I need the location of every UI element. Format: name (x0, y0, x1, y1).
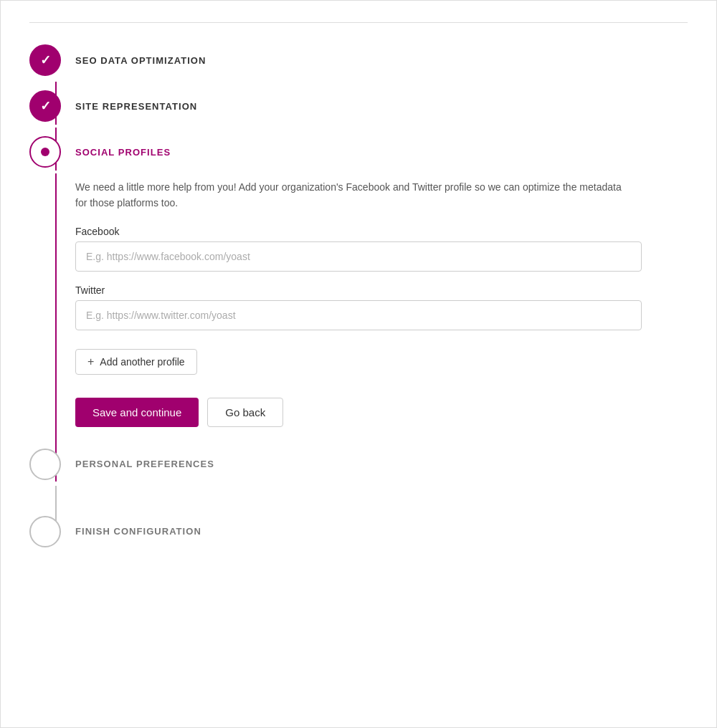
step-title-finish: FINISH CONFIGURATION (75, 526, 201, 537)
step-circle-site-rep: ✓ (29, 90, 61, 122)
twitter-label: Twitter (75, 284, 688, 296)
step-title-personal: PERSONAL PREFERENCES (75, 459, 214, 469)
twitter-input[interactable] (75, 300, 642, 330)
action-buttons: Save and continue Go back (75, 398, 688, 427)
go-back-button[interactable]: Go back (207, 398, 283, 427)
step-circle-seo: ✓ (29, 44, 61, 76)
top-divider (29, 22, 688, 23)
step-title-social: SOCIAL PROFILES (75, 147, 171, 158)
check-icon-seo: ✓ (40, 52, 51, 68)
step-header-social: SOCIAL PROFILES (29, 136, 688, 168)
facebook-field-group: Facebook (75, 226, 688, 272)
step-title-seo: SEO DATA OPTIMIZATION (75, 55, 206, 66)
step-title-site-rep: SITE REPRESENTATION (75, 101, 197, 112)
plus-icon: + (87, 355, 94, 368)
facebook-input[interactable] (75, 241, 642, 272)
wizard-steps: ✓ SEO DATA OPTIMIZATION ✓ SITE REPRESENT… (29, 44, 688, 583)
save-continue-button[interactable]: Save and continue (75, 398, 199, 427)
step-circle-social (29, 136, 61, 168)
page-container: ✓ SEO DATA OPTIMIZATION ✓ SITE REPRESENT… (0, 0, 717, 728)
add-profile-button[interactable]: + Add another profile (75, 349, 197, 375)
step-personal-preferences: PERSONAL PREFERENCES (29, 449, 688, 480)
facebook-label: Facebook (75, 226, 688, 237)
step-circle-finish (29, 516, 61, 547)
step-social-profiles: SOCIAL PROFILES We need a little more he… (29, 136, 688, 441)
step-description-social: We need a little more help from you! Add… (75, 179, 635, 211)
check-icon-site-rep: ✓ (40, 98, 51, 114)
active-dot (41, 148, 49, 156)
step-finish-configuration: FINISH CONFIGURATION (29, 516, 688, 547)
twitter-field-group: Twitter (75, 284, 688, 330)
step-header-seo: ✓ SEO DATA OPTIMIZATION (29, 44, 688, 76)
step-seo-data-optimization: ✓ SEO DATA OPTIMIZATION (29, 44, 688, 90)
step-header-site-rep: ✓ SITE REPRESENTATION (29, 90, 688, 122)
step-content-social: We need a little more help from you! Add… (75, 179, 688, 427)
add-profile-label: Add another profile (100, 356, 184, 368)
step-site-representation: ✓ SITE REPRESENTATION (29, 90, 688, 136)
step-circle-personal (29, 449, 61, 480)
